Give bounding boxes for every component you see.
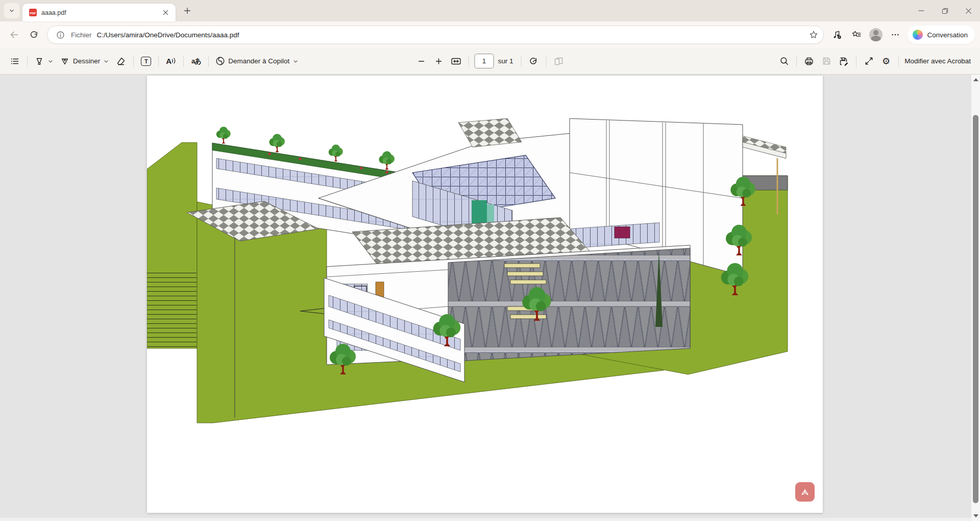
plus-icon [434, 57, 443, 66]
pdf-viewer-area [0, 75, 980, 521]
profile-button[interactable] [867, 26, 885, 44]
triangle-down-icon [973, 514, 978, 517]
pdf-settings-button[interactable]: ⚙ [877, 53, 895, 70]
page-count-label: sur 1 [498, 57, 513, 65]
avatar [869, 28, 883, 41]
window-minimize-button[interactable] [910, 0, 933, 21]
pdf-file-icon: PDF [29, 8, 37, 17]
tab-search-button[interactable] [4, 3, 19, 18]
ask-copilot-label: Demander à Copilot [228, 57, 289, 65]
browser-tab-active[interactable]: PDF aaaa.pdf [22, 4, 176, 21]
refresh-button[interactable] [24, 26, 43, 44]
zoom-out-button[interactable] [412, 53, 430, 70]
print-button[interactable] [800, 53, 818, 70]
read-aloud-button[interactable]: A [162, 53, 180, 70]
toolbar-divider [208, 56, 209, 67]
triangle-up-icon [973, 78, 978, 81]
vertical-scrollbar[interactable] [971, 75, 980, 521]
collections-button[interactable] [847, 26, 866, 44]
copilot-conversation-button[interactable]: Conversation [908, 26, 975, 44]
svg-text:PDF: PDF [30, 12, 36, 15]
save-icon [822, 56, 831, 66]
close-icon [965, 8, 972, 14]
restore-icon [942, 8, 948, 14]
gear-icon: ⚙ [882, 57, 890, 66]
text-box-icon: T [141, 57, 151, 66]
page-number-input[interactable] [474, 54, 494, 68]
toolbar-divider [183, 56, 184, 67]
add-text-button[interactable]: T [137, 53, 155, 70]
chevron-down-icon [103, 58, 109, 64]
tab-close-button[interactable] [159, 7, 172, 19]
menu-list-icon [10, 56, 20, 66]
window-restore-button[interactable] [933, 0, 957, 21]
fullscreen-button[interactable] [860, 53, 877, 70]
rotate-icon [529, 56, 539, 66]
save-as-icon [839, 56, 849, 66]
browser-essentials-button[interactable] [828, 26, 846, 44]
toolbar-divider [796, 56, 797, 67]
plus-icon [183, 6, 192, 15]
toolbar-divider [468, 56, 469, 67]
ask-copilot-button[interactable]: Demander à Copilot [212, 53, 302, 70]
highlighter-icon [34, 56, 44, 66]
copilot-icon [913, 30, 923, 40]
toolbar-divider [133, 56, 134, 67]
arrow-left-icon [9, 30, 19, 40]
two-page-view-icon [554, 56, 564, 66]
toolbar-divider [521, 56, 522, 67]
scroll-up-button[interactable] [971, 76, 980, 84]
refresh-icon [29, 30, 39, 40]
toolbar-divider [27, 56, 28, 67]
draw-button[interactable]: Dessiner [57, 53, 112, 70]
save-button [818, 53, 835, 70]
search-icon [779, 56, 789, 66]
chevron-down-icon [8, 7, 16, 15]
scroll-thumb[interactable] [973, 115, 978, 503]
minimize-icon [918, 8, 924, 14]
scroll-down-button[interactable] [971, 512, 980, 520]
eraser-button[interactable] [112, 53, 130, 70]
window-close-button[interactable] [957, 0, 980, 21]
settings-more-button[interactable] [886, 26, 904, 44]
fit-width-icon [450, 56, 461, 66]
window-controls [910, 0, 980, 21]
tab-title: aaaa.pdf [41, 9, 159, 16]
toolbar-divider [546, 56, 547, 67]
acrobat-logo-icon [799, 486, 811, 498]
url-bar[interactable]: Fichier C:/Users/amira/OneDrive/Document… [47, 26, 824, 44]
save-as-button[interactable] [835, 53, 852, 70]
pdf-toolbar-right: ⚙ Modifier avec Acrobat [775, 53, 974, 70]
back-button[interactable] [5, 26, 23, 44]
fit-to-width-button[interactable] [447, 53, 464, 70]
highlighter-button[interactable] [31, 53, 57, 70]
conversation-label: Conversation [927, 31, 968, 39]
browser-titlebar: PDF aaaa.pdf [0, 0, 980, 21]
find-button[interactable] [775, 53, 793, 70]
chevron-down-icon [292, 58, 299, 64]
browser-addressbar: Fichier C:/Users/amira/OneDrive/Document… [0, 21, 980, 48]
page-view-button [550, 53, 568, 70]
favorite-button[interactable] [806, 27, 821, 42]
draw-label: Dessiner [73, 57, 100, 65]
zoom-in-button[interactable] [430, 53, 447, 70]
url-scheme-label: Fichier [71, 31, 92, 39]
read-aloud-icon: A [166, 57, 176, 65]
eraser-icon [116, 56, 126, 66]
edit-with-acrobat-button[interactable]: Modifier avec Acrobat [904, 57, 971, 65]
minus-icon [416, 57, 426, 66]
star-icon [809, 30, 818, 39]
pdf-page [147, 76, 823, 513]
music-note-icon [832, 30, 842, 40]
close-icon [163, 10, 168, 15]
horizontal-scroll-track [0, 518, 971, 521]
site-info-button[interactable] [53, 27, 68, 42]
new-tab-button[interactable] [180, 3, 195, 18]
open-in-acrobat-button[interactable] [795, 482, 815, 502]
translate-icon: aあ [191, 57, 201, 66]
rotate-button[interactable] [525, 53, 543, 70]
copilot-outline-icon [215, 56, 225, 66]
toolbar-divider [898, 56, 899, 67]
toc-menu-button[interactable] [6, 53, 23, 70]
translate-button[interactable]: aあ [187, 53, 205, 70]
